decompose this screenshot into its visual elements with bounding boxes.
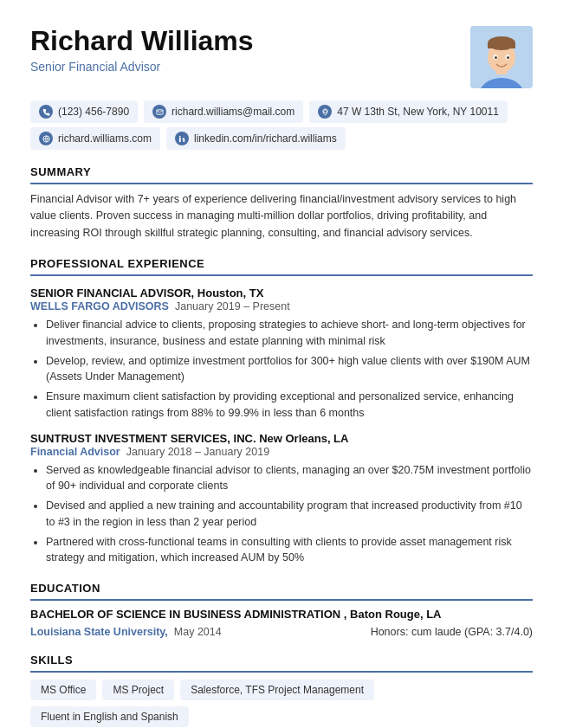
edu-date: May 2014 — [171, 626, 221, 638]
job-1-dates: January 2019 – Present — [171, 300, 289, 312]
skills-section: SKILLS MS Office MS Project Salesforce, … — [30, 654, 533, 727]
job-2-role-line: Financial Advisor January 2018 – January… — [30, 446, 533, 458]
summary-title: SUMMARY — [30, 165, 533, 178]
phone-value: (123) 456-7890 — [58, 106, 129, 118]
skills-title: SKILLS — [30, 654, 533, 667]
contact-row-2: richard.williams.com linkedin.com/in/ric… — [30, 127, 533, 150]
job-2-title: SUNTRUST INVESTMENT SERVICES, INC. New O… — [30, 432, 533, 445]
email-chip: richard.williams@mail.com — [144, 100, 303, 123]
skills-divider — [30, 671, 533, 673]
summary-section: SUMMARY Financial Advisor with 7+ years … — [30, 165, 533, 242]
candidate-name: Richard Williams — [30, 26, 254, 56]
address-chip: 47 W 13th St, New York, NY 10011 — [309, 100, 508, 123]
skills-row: MS Office MS Project Salesforce, TFS Pro… — [30, 680, 533, 727]
list-item: Devised and applied a new training and a… — [46, 498, 533, 531]
experience-title: PROFESSIONAL EXPERIENCE — [30, 257, 533, 270]
phone-icon — [39, 105, 53, 119]
job-1: SENIOR FINANCIAL ADVISOR, Houston, TX WE… — [30, 287, 533, 312]
skill-chip-3: Salesforce, TFS Project Management — [180, 680, 374, 700]
edu-row: Louisiana State University, May 2014 Hon… — [30, 625, 533, 638]
contact-row-1: (123) 456-7890 richard.williams@mail.com… — [30, 100, 533, 123]
list-item: Served as knowledgeable financial adviso… — [46, 462, 533, 495]
svg-rect-5 — [488, 43, 515, 48]
job-2-bullets: Served as knowledgeable financial adviso… — [30, 462, 533, 567]
edu-left: Louisiana State University, May 2014 — [30, 625, 222, 638]
website-chip: richard.williams.com — [30, 127, 160, 150]
job-1-company-line: WELLS FARGO ADVISORS January 2019 – Pres… — [30, 300, 533, 312]
linkedin-value: linkedin.com/in/richard.williams — [194, 132, 337, 145]
skill-chip-1: MS Office — [30, 680, 96, 700]
svg-point-8 — [495, 56, 497, 59]
job-1-company: WELLS FARGO ADVISORS — [30, 300, 169, 312]
address-value: 47 W 13th St, New York, NY 10011 — [337, 106, 499, 118]
summary-text: Financial Advisor with 7+ years of exper… — [30, 191, 533, 242]
edu-uni-name: Louisiana State University, — [30, 626, 168, 638]
experience-divider — [30, 274, 533, 276]
experience-section: PROFESSIONAL EXPERIENCE SENIOR FINANCIAL… — [30, 257, 533, 566]
svg-point-14 — [178, 135, 180, 137]
edu-uni-line: Louisiana State University, May 2014 — [30, 626, 222, 638]
job-1-bullets: Deliver financial advice to clients, pro… — [30, 317, 533, 422]
job-2-dates: January 2018 – January 2019 — [123, 446, 269, 458]
linkedin-icon — [175, 132, 189, 145]
linkedin-chip: linkedin.com/in/richard.williams — [166, 127, 346, 150]
job-1-title: SENIOR FINANCIAL ADVISOR, Houston, TX — [30, 287, 533, 300]
skill-chip-2: MS Project — [102, 680, 174, 700]
job-2: SUNTRUST INVESTMENT SERVICES, INC. New O… — [30, 432, 533, 458]
svg-point-11 — [323, 109, 327, 113]
education-divider — [30, 599, 533, 601]
svg-point-9 — [507, 56, 509, 59]
job-2-role: Financial Advisor — [30, 446, 120, 458]
list-item: Deliver financial advice to clients, pro… — [46, 317, 533, 350]
email-value: richard.williams@mail.com — [171, 106, 294, 118]
edu-degree: BACHELOR OF SCIENCE IN BUSINESS ADMINIST… — [30, 608, 533, 621]
phone-chip: (123) 456-7890 — [30, 100, 138, 123]
website-value: richard.williams.com — [58, 132, 152, 145]
skill-chip-4: Fluent in English and Spanish — [30, 706, 189, 727]
avatar — [470, 26, 533, 88]
resume-header: Richard Williams Senior Financial Adviso… — [30, 26, 533, 88]
list-item: Partnered with cross-functional teams in… — [46, 534, 533, 567]
list-item: Develop, review, and optimize investment… — [46, 353, 533, 386]
list-item: Ensure maximum client satisfaction by pr… — [46, 389, 533, 422]
education-title: EDUCATION — [30, 582, 533, 595]
email-icon — [152, 105, 166, 119]
svg-rect-13 — [178, 138, 180, 142]
header-left: Richard Williams Senior Financial Adviso… — [30, 26, 254, 74]
edu-honors: Honors: cum laude (GPA: 3.7/4.0) — [371, 626, 533, 638]
candidate-title: Senior Financial Advisor — [30, 60, 254, 74]
summary-divider — [30, 183, 533, 184]
location-icon — [318, 105, 332, 119]
globe-icon — [39, 132, 53, 145]
education-section: EDUCATION BACHELOR OF SCIENCE IN BUSINES… — [30, 582, 533, 638]
